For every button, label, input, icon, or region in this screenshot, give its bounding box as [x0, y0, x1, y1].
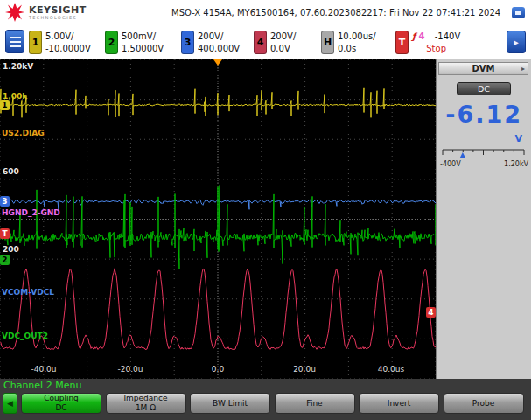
trigger-tile: T: [395, 31, 409, 54]
softkey-invert[interactable]: Invert: [359, 393, 439, 414]
softkey-probe[interactable]: Probe: [444, 393, 524, 414]
waveform-canvas: [0, 60, 436, 379]
softkey-bw-limit[interactable]: BW Limit: [190, 393, 270, 414]
trace-marker-T[interactable]: T: [0, 228, 10, 239]
horizontal-tile: H: [321, 31, 334, 54]
channel-2-tile: 2: [105, 31, 118, 54]
trigger-level: -140V: [435, 32, 461, 41]
softkey-coupling[interactable]: CouplingDC: [21, 393, 101, 414]
scope-label: US2.DIAG: [2, 129, 45, 137]
scope-label: HGND_2-GND: [2, 208, 60, 217]
status-settings-row: 15.00V/-10.0000V2500mV/1.50000V3200V/400…: [0, 26, 531, 60]
time-axis-label: 40.0us: [370, 365, 412, 374]
trace-marker-1[interactable]: 1: [0, 100, 10, 110]
instrument-title: MSO-X 4154A, MY61500164, 07.60.202308221…: [171, 8, 500, 18]
softkey-impedance[interactable]: Impedance1M Ω: [106, 393, 186, 414]
dvm-title: DVM: [472, 64, 495, 74]
scope-label: 200: [3, 245, 19, 254]
usb-icon[interactable]: [512, 7, 525, 18]
dvm-scale: [441, 146, 527, 160]
dvm-reading: -6.12: [445, 101, 522, 128]
menu-title: Channel 2 Menu: [3, 380, 81, 391]
channel-1-tile: 1: [29, 31, 42, 54]
softkey-menu-strip: Channel 2 Menu ◀ CouplingDCImpedance1M Ω…: [0, 379, 531, 420]
channel-3-scale: 200V/: [198, 31, 240, 43]
keysight-logo: KEYSIGHT TECHNOLOGIES: [5, 3, 87, 22]
horizontal-settings[interactable]: H 10.00us/ 0.0s: [321, 31, 376, 55]
dvm-scale-max: 1.20kV: [504, 160, 528, 168]
horizontal-delay: 0.0s: [338, 43, 376, 55]
waveform-display: 1.20kV1.00kUS2.DIAG600HGND_2-GND200VCOM-…: [0, 60, 436, 379]
scope-label: VCOM-VDCL: [2, 288, 54, 297]
trace-marker-3[interactable]: 3: [0, 196, 10, 206]
header-bar: KEYSIGHT TECHNOLOGIES MSO-X 4154A, MY615…: [0, 0, 531, 26]
channel-1-settings[interactable]: 15.00V/-10.0000V: [29, 31, 91, 55]
dvm-header[interactable]: DVM ▸: [438, 62, 528, 75]
trigger-edge-icon: ƒ: [412, 32, 416, 41]
horizontal-scale: 10.00us/: [338, 31, 376, 43]
time-axis-label: -40.0u: [23, 365, 65, 374]
softkey-fine[interactable]: Fine: [275, 393, 355, 414]
channel-2-settings[interactable]: 2500mV/1.50000V: [105, 31, 164, 55]
channel-4-scale: 200V/: [270, 31, 296, 43]
channel-1-scale: 5.00V/: [45, 31, 91, 43]
dvm-scale-min: -400V: [440, 160, 461, 168]
acquisition-status: Stop: [412, 43, 460, 55]
dvm-value-marker: [460, 152, 465, 158]
time-axis-label: -20.0u: [109, 365, 151, 374]
channel-1-offset: -10.0000V: [45, 43, 91, 55]
channel-4-offset: 0.0V: [270, 43, 296, 55]
trace-marker-2[interactable]: 2: [0, 255, 10, 265]
menu-list-icon[interactable]: [5, 30, 24, 53]
trigger-settings[interactable]: T ƒ 4 -140V Stop: [395, 31, 460, 55]
brand-name: KEYSIGHT: [29, 5, 87, 15]
channel-3-settings[interactable]: 3200V/400.000V: [181, 31, 240, 55]
scope-label: VDC_OUT2: [2, 332, 48, 340]
time-axis-label: 20.0u: [283, 365, 325, 374]
oscilloscope-screen: KEYSIGHT TECHNOLOGIES MSO-X 4154A, MY615…: [0, 0, 531, 420]
channel-4-settings[interactable]: 4200V/0.0V: [254, 31, 296, 55]
channel-3-tile: 3: [181, 31, 194, 54]
trigger-position-marker[interactable]: [213, 60, 222, 66]
chevron-right-icon[interactable]: ▸: [521, 65, 525, 73]
keysight-spark-icon: [5, 3, 24, 22]
channel-4-tile: 4: [254, 31, 267, 54]
channel-2-offset: 1.50000V: [122, 43, 164, 55]
panel-toggle-icon[interactable]: ▸: [507, 31, 526, 53]
back-button[interactable]: ◀: [3, 393, 17, 414]
trace-marker-4[interactable]: 4: [426, 307, 436, 318]
channel-2-scale: 500mV/: [122, 31, 164, 43]
dvm-panel: DVM ▸ DC -6.12 V -400V 1.20kV: [436, 60, 531, 379]
scope-label: 600: [3, 167, 19, 176]
scope-label: 1.20kV: [3, 62, 33, 71]
time-axis-label: 0.0: [197, 365, 239, 374]
dvm-mode-button[interactable]: DC: [457, 82, 511, 95]
trigger-source: 4: [419, 32, 425, 41]
dvm-unit: V: [514, 133, 522, 144]
channel-3-offset: 400.000V: [198, 43, 240, 55]
